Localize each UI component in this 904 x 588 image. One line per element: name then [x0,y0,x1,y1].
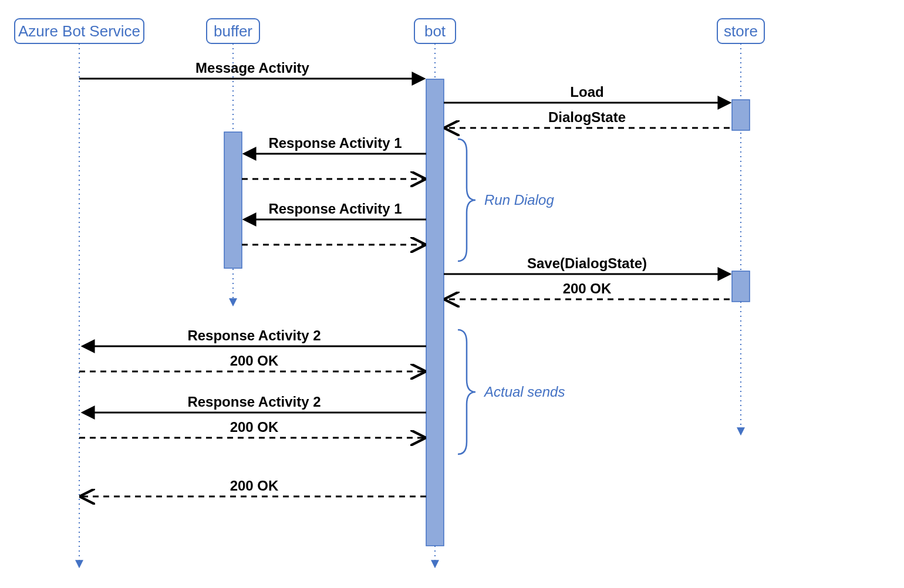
message-response-2b: Response Activity 2 [83,394,426,413]
participant-bot: bot [414,19,456,43]
message-activity: Message Activity [79,60,424,79]
participant-azure: Azure Bot Service [15,19,144,43]
message-response-1a-label: Response Activity 1 [268,135,402,151]
message-save-label: Save(DialogState) [527,255,647,271]
participant-azure-label: Azure Bot Service [18,22,140,40]
message-response-2a: Response Activity 2 [83,327,426,346]
message-response-1b-label: Response Activity 1 [268,201,402,217]
activation-buffer [224,132,242,268]
message-response-2a-label: Response Activity 2 [187,327,321,343]
brace-run-dialog: Run Dialog [458,139,554,261]
brace-actual-sends-label: Actual sends [483,384,565,400]
brace-run-dialog-label: Run Dialog [484,192,554,208]
message-activity-label: Message Activity [195,60,310,76]
activation-bot [426,79,444,546]
message-dialog-state-label: DialogState [548,109,626,125]
message-load: Load [444,84,730,103]
participant-store: store [717,19,764,43]
message-load-label: Load [570,84,603,100]
participant-store-label: store [724,22,758,40]
message-save-return: 200 OK [446,281,730,299]
message-response-1a: Response Activity 1 [244,135,426,154]
participant-buffer-label: buffer [214,22,252,40]
message-response-2a-return: 200 OK [79,353,424,371]
message-response-2b-return: 200 OK [79,419,424,438]
activation-store-load [732,100,750,130]
sequence-diagram: Azure Bot Service buffer bot store Messa… [0,0,904,588]
message-save-return-label: 200 OK [563,281,612,296]
message-final-ok-label: 200 OK [230,478,279,494]
message-response-2a-return-label: 200 OK [230,353,279,369]
participant-bot-label: bot [424,22,446,40]
activation-store-save [732,271,750,302]
message-save: Save(DialogState) [444,255,730,274]
message-final-ok: 200 OK [82,478,426,496]
message-dialog-state: DialogState [446,109,730,128]
message-response-2b-label: Response Activity 2 [187,394,321,410]
message-response-2b-return-label: 200 OK [230,419,279,435]
brace-actual-sends: Actual sends [458,330,565,454]
message-response-1b: Response Activity 1 [244,201,426,219]
participant-buffer: buffer [207,19,259,43]
